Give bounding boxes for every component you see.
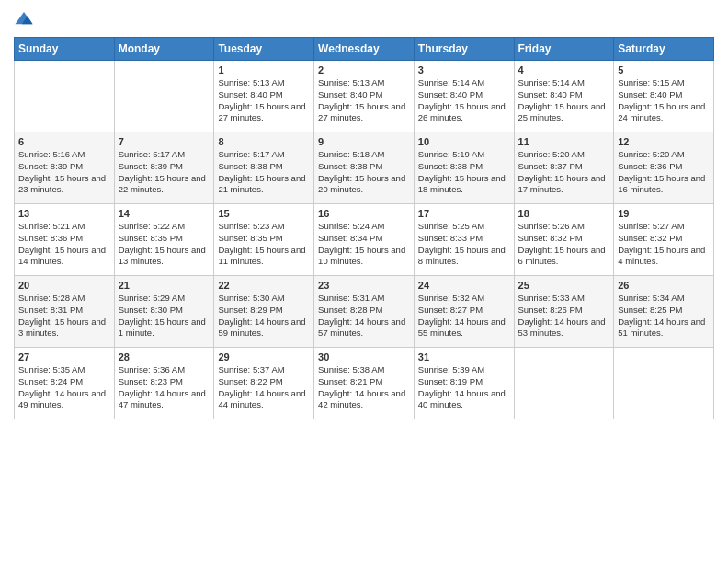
day-number: 30 bbox=[318, 351, 410, 362]
day-number: 5 bbox=[618, 64, 710, 75]
day-number: 14 bbox=[119, 208, 210, 219]
day-info: Sunrise: 5:14 AMSunset: 8:40 PMDaylight:… bbox=[418, 77, 510, 124]
calendar-cell: 27Sunrise: 5:35 AMSunset: 8:24 PMDayligh… bbox=[15, 348, 115, 419]
day-info: Sunrise: 5:13 AMSunset: 8:40 PMDaylight:… bbox=[318, 77, 410, 124]
calendar-cell bbox=[514, 348, 614, 419]
day-number: 21 bbox=[119, 280, 210, 291]
weekday-header-row: SundayMondayTuesdayWednesdayThursdayFrid… bbox=[15, 38, 714, 61]
day-number: 31 bbox=[418, 351, 510, 362]
weekday-header-thursday: Thursday bbox=[414, 38, 514, 61]
calendar-cell: 8Sunrise: 5:17 AMSunset: 8:38 PMDaylight… bbox=[214, 132, 314, 204]
day-number: 18 bbox=[518, 208, 610, 219]
calendar-cell: 4Sunrise: 5:14 AMSunset: 8:40 PMDaylight… bbox=[514, 61, 614, 132]
calendar-cell: 9Sunrise: 5:18 AMSunset: 8:38 PMDaylight… bbox=[314, 132, 415, 204]
day-number: 16 bbox=[318, 208, 410, 219]
day-number: 27 bbox=[18, 351, 110, 362]
day-info: Sunrise: 5:17 AMSunset: 8:38 PMDaylight:… bbox=[218, 149, 310, 196]
day-info: Sunrise: 5:33 AMSunset: 8:26 PMDaylight:… bbox=[518, 293, 610, 339]
calendar-cell: 25Sunrise: 5:33 AMSunset: 8:26 PMDayligh… bbox=[514, 276, 614, 348]
day-info: Sunrise: 5:13 AMSunset: 8:40 PMDaylight:… bbox=[218, 77, 310, 124]
weekday-header-saturday: Saturday bbox=[614, 38, 714, 61]
day-info: Sunrise: 5:30 AMSunset: 8:29 PMDaylight:… bbox=[218, 293, 310, 339]
calendar-cell: 6Sunrise: 5:16 AMSunset: 8:39 PMDaylight… bbox=[15, 132, 115, 204]
day-info: Sunrise: 5:18 AMSunset: 8:38 PMDaylight:… bbox=[318, 149, 410, 196]
calendar-cell: 11Sunrise: 5:20 AMSunset: 8:37 PMDayligh… bbox=[514, 132, 614, 204]
calendar-cell: 7Sunrise: 5:17 AMSunset: 8:39 PMDaylight… bbox=[114, 132, 214, 204]
weekday-header-sunday: Sunday bbox=[15, 38, 115, 61]
calendar-cell: 21Sunrise: 5:29 AMSunset: 8:30 PMDayligh… bbox=[114, 276, 214, 348]
day-info: Sunrise: 5:25 AMSunset: 8:33 PMDaylight:… bbox=[418, 221, 510, 268]
calendar-cell: 3Sunrise: 5:14 AMSunset: 8:40 PMDaylight… bbox=[414, 61, 514, 132]
weekday-header-friday: Friday bbox=[514, 38, 614, 61]
day-number: 1 bbox=[218, 64, 310, 75]
calendar-cell: 5Sunrise: 5:15 AMSunset: 8:40 PMDaylight… bbox=[614, 61, 714, 132]
day-info: Sunrise: 5:17 AMSunset: 8:39 PMDaylight:… bbox=[119, 149, 210, 196]
day-info: Sunrise: 5:24 AMSunset: 8:34 PMDaylight:… bbox=[318, 221, 410, 268]
calendar-cell bbox=[15, 61, 115, 132]
calendar-cell: 18Sunrise: 5:26 AMSunset: 8:32 PMDayligh… bbox=[514, 204, 614, 276]
calendar-cell: 30Sunrise: 5:38 AMSunset: 8:21 PMDayligh… bbox=[314, 348, 415, 419]
calendar-week-row: 1Sunrise: 5:13 AMSunset: 8:40 PMDaylight… bbox=[15, 61, 714, 132]
day-number: 10 bbox=[418, 136, 510, 147]
header bbox=[14, 9, 714, 29]
calendar-cell: 16Sunrise: 5:24 AMSunset: 8:34 PMDayligh… bbox=[314, 204, 415, 276]
calendar-cell: 14Sunrise: 5:22 AMSunset: 8:35 PMDayligh… bbox=[114, 204, 214, 276]
calendar-table: SundayMondayTuesdayWednesdayThursdayFrid… bbox=[14, 37, 714, 419]
day-info: Sunrise: 5:39 AMSunset: 8:19 PMDaylight:… bbox=[418, 364, 510, 411]
calendar-cell: 22Sunrise: 5:30 AMSunset: 8:29 PMDayligh… bbox=[214, 276, 314, 348]
calendar-cell: 17Sunrise: 5:25 AMSunset: 8:33 PMDayligh… bbox=[414, 204, 514, 276]
calendar-cell: 2Sunrise: 5:13 AMSunset: 8:40 PMDaylight… bbox=[314, 61, 415, 132]
day-info: Sunrise: 5:15 AMSunset: 8:40 PMDaylight:… bbox=[618, 77, 710, 124]
weekday-header-tuesday: Tuesday bbox=[214, 38, 314, 61]
calendar-cell: 13Sunrise: 5:21 AMSunset: 8:36 PMDayligh… bbox=[15, 204, 115, 276]
day-number: 23 bbox=[318, 280, 410, 291]
calendar-cell: 29Sunrise: 5:37 AMSunset: 8:22 PMDayligh… bbox=[214, 348, 314, 419]
day-info: Sunrise: 5:21 AMSunset: 8:36 PMDaylight:… bbox=[18, 221, 110, 268]
day-info: Sunrise: 5:36 AMSunset: 8:23 PMDaylight:… bbox=[119, 364, 210, 411]
day-info: Sunrise: 5:23 AMSunset: 8:35 PMDaylight:… bbox=[218, 221, 310, 268]
calendar-cell: 31Sunrise: 5:39 AMSunset: 8:19 PMDayligh… bbox=[414, 348, 514, 419]
day-info: Sunrise: 5:14 AMSunset: 8:40 PMDaylight:… bbox=[518, 77, 610, 124]
day-number: 7 bbox=[119, 136, 210, 147]
day-number: 4 bbox=[518, 64, 610, 75]
day-number: 3 bbox=[418, 64, 510, 75]
day-info: Sunrise: 5:16 AMSunset: 8:39 PMDaylight:… bbox=[18, 149, 110, 196]
day-number: 8 bbox=[218, 136, 310, 147]
calendar-cell: 20Sunrise: 5:28 AMSunset: 8:31 PMDayligh… bbox=[15, 276, 115, 348]
day-number: 13 bbox=[18, 208, 110, 219]
day-info: Sunrise: 5:20 AMSunset: 8:36 PMDaylight:… bbox=[618, 149, 710, 196]
day-number: 25 bbox=[518, 280, 610, 291]
day-info: Sunrise: 5:27 AMSunset: 8:32 PMDaylight:… bbox=[618, 221, 710, 268]
calendar-week-row: 6Sunrise: 5:16 AMSunset: 8:39 PMDaylight… bbox=[15, 132, 714, 204]
calendar-page: SundayMondayTuesdayWednesdayThursdayFrid… bbox=[0, 0, 728, 429]
day-info: Sunrise: 5:28 AMSunset: 8:31 PMDaylight:… bbox=[18, 293, 110, 339]
calendar-cell: 10Sunrise: 5:19 AMSunset: 8:38 PMDayligh… bbox=[414, 132, 514, 204]
calendar-week-row: 27Sunrise: 5:35 AMSunset: 8:24 PMDayligh… bbox=[15, 348, 714, 419]
weekday-header-wednesday: Wednesday bbox=[314, 38, 415, 61]
calendar-cell: 15Sunrise: 5:23 AMSunset: 8:35 PMDayligh… bbox=[214, 204, 314, 276]
day-number: 17 bbox=[418, 208, 510, 219]
day-number: 26 bbox=[618, 280, 710, 291]
logo bbox=[14, 9, 36, 29]
calendar-week-row: 20Sunrise: 5:28 AMSunset: 8:31 PMDayligh… bbox=[15, 276, 714, 348]
day-info: Sunrise: 5:29 AMSunset: 8:30 PMDaylight:… bbox=[119, 293, 210, 339]
day-info: Sunrise: 5:35 AMSunset: 8:24 PMDaylight:… bbox=[18, 364, 110, 411]
calendar-cell: 28Sunrise: 5:36 AMSunset: 8:23 PMDayligh… bbox=[114, 348, 214, 419]
day-number: 28 bbox=[119, 351, 210, 362]
day-info: Sunrise: 5:19 AMSunset: 8:38 PMDaylight:… bbox=[418, 149, 510, 196]
day-info: Sunrise: 5:22 AMSunset: 8:35 PMDaylight:… bbox=[119, 221, 210, 268]
day-number: 6 bbox=[18, 136, 110, 147]
calendar-cell: 1Sunrise: 5:13 AMSunset: 8:40 PMDaylight… bbox=[214, 61, 314, 132]
calendar-cell: 24Sunrise: 5:32 AMSunset: 8:27 PMDayligh… bbox=[414, 276, 514, 348]
day-info: Sunrise: 5:32 AMSunset: 8:27 PMDaylight:… bbox=[418, 293, 510, 339]
calendar-cell: 19Sunrise: 5:27 AMSunset: 8:32 PMDayligh… bbox=[614, 204, 714, 276]
calendar-cell: 23Sunrise: 5:31 AMSunset: 8:28 PMDayligh… bbox=[314, 276, 415, 348]
day-number: 20 bbox=[18, 280, 110, 291]
logo-icon bbox=[14, 9, 34, 29]
calendar-cell: 26Sunrise: 5:34 AMSunset: 8:25 PMDayligh… bbox=[614, 276, 714, 348]
day-info: Sunrise: 5:26 AMSunset: 8:32 PMDaylight:… bbox=[518, 221, 610, 268]
day-number: 2 bbox=[318, 64, 410, 75]
day-info: Sunrise: 5:34 AMSunset: 8:25 PMDaylight:… bbox=[618, 293, 710, 339]
day-info: Sunrise: 5:38 AMSunset: 8:21 PMDaylight:… bbox=[318, 364, 410, 411]
day-number: 9 bbox=[318, 136, 410, 147]
